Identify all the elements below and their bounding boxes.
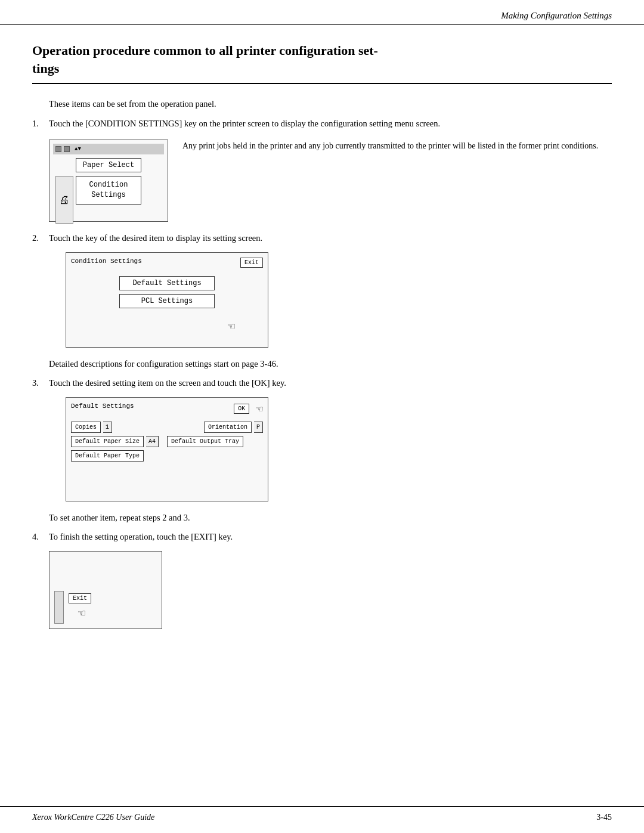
panel1-buttons: Paper Select ConditionSettings — [76, 158, 164, 205]
panel3-row-1: Copies 1 Orientation P — [71, 422, 263, 433]
step-2-num: 2. — [32, 231, 49, 244]
header-title: Making Configuration Settings — [501, 11, 612, 21]
panel1-icon: 🖨 — [55, 176, 73, 224]
panel4-side-tab — [54, 591, 64, 624]
cursor-arrow-2: ☞ — [228, 319, 235, 334]
topbar-dot2 — [64, 146, 70, 152]
topbar-dot — [55, 146, 61, 152]
panel4-bottom: Exit ☞ — [54, 591, 157, 624]
page-header: Making Configuration Settings — [0, 0, 644, 25]
default-settings-btn[interactable]: Default Settings — [119, 276, 215, 290]
section-heading: Operation procedure common to all printe… — [32, 42, 612, 84]
footer-right: 3-45 — [596, 813, 612, 822]
cursor-4: ☞ — [78, 606, 85, 621]
panel-4-mockup: Exit ☞ — [49, 551, 162, 629]
output-tray-label: Default Output Tray — [167, 436, 243, 447]
cursor-2: ☞ — [228, 319, 235, 334]
panel2-buttons: Default Settings PCL Settings — [71, 276, 263, 308]
copies-value: 1 — [103, 422, 112, 433]
figure-1-row: ▲▼ 🖨 Paper Select ConditionSettings Any … — [49, 140, 612, 222]
between-3-4: To set another item, repeat steps 2 and … — [49, 511, 612, 524]
figure-3-standalone: Default Settings OK ☞ Copies 1 Orientati… — [49, 397, 595, 501]
step-1-text: Touch the [CONDITION SETTINGS] key on th… — [49, 117, 612, 130]
orientation-label: Orientation — [204, 422, 252, 433]
printer-icon: 🖨 — [59, 194, 70, 206]
panel4-empty-top — [54, 556, 157, 586]
intro-text: These items can be set from the operatio… — [49, 97, 612, 110]
paper-select-btn[interactable]: Paper Select — [76, 158, 141, 172]
panel3-row-2: Default Paper Size A4 Default Output Tra… — [71, 436, 263, 447]
condition-settings-btn[interactable]: ConditionSettings — [76, 176, 141, 205]
figure-1-caption: Any print jobs held in the printer and a… — [182, 140, 612, 153]
step-2: 2. Touch the key of the desired item to … — [32, 231, 612, 244]
panel3-row-3: Default Paper Type — [71, 450, 263, 462]
topbar-label: ▲▼ — [75, 146, 81, 152]
panel3-title: Default Settings — [71, 402, 134, 410]
copies-label: Copies — [71, 422, 101, 433]
page-footer: Xerox WorkCentre C226 User Guide 3-45 — [0, 806, 644, 833]
panel-3-mockup: Default Settings OK ☞ Copies 1 Orientati… — [66, 397, 268, 501]
panel1-topbar: ▲▼ — [53, 144, 164, 154]
figure-2-standalone: Condition Settings Exit Default Settings… — [49, 252, 595, 348]
panel3-grid: Copies 1 Orientation P Default Paper Siz… — [71, 422, 263, 462]
orientation-value: P — [254, 422, 263, 433]
panel2-title: Condition Settings — [71, 258, 142, 265]
step-4-num: 4. — [32, 530, 49, 543]
step-4-text: To finish the setting operation, touch t… — [49, 530, 612, 543]
step-3: 3. Touch the desired setting item on the… — [32, 376, 612, 389]
step-3-num: 3. — [32, 376, 49, 389]
panel-2-mockup: Condition Settings Exit Default Settings… — [66, 252, 268, 348]
paper-size-value: A4 — [146, 436, 159, 447]
step-1-num: 1. — [32, 117, 49, 130]
between-2-3: Detailed descriptions for configuration … — [49, 357, 612, 370]
panel2-exit-btn[interactable]: Exit — [240, 258, 263, 268]
figure-4-standalone: Exit ☞ — [49, 551, 595, 629]
pcl-settings-btn[interactable]: PCL Settings — [119, 294, 215, 308]
step-3-text: Touch the desired setting item on the sc… — [49, 376, 612, 389]
main-content: Operation procedure common to all printe… — [0, 25, 644, 686]
step-2-text: Touch the key of the desired item to dis… — [49, 231, 612, 244]
footer-left: Xerox WorkCentre C226 User Guide — [32, 813, 154, 822]
panel-1-mockup: ▲▼ 🖨 Paper Select ConditionSettings — [49, 140, 168, 222]
paper-type-label: Default Paper Type — [71, 450, 144, 462]
panel3-header: Default Settings OK ☞ — [71, 402, 263, 416]
panel4-exit-btn[interactable]: Exit — [69, 593, 91, 603]
cursor-3: ☞ — [256, 402, 263, 416]
panel2-header: Condition Settings Exit — [71, 258, 263, 268]
step-1: 1. Touch the [CONDITION SETTINGS] key on… — [32, 117, 612, 130]
panel3-ok-btn[interactable]: OK — [234, 404, 249, 414]
step-4: 4. To finish the setting operation, touc… — [32, 530, 612, 543]
paper-size-label: Default Paper Size — [71, 436, 144, 447]
